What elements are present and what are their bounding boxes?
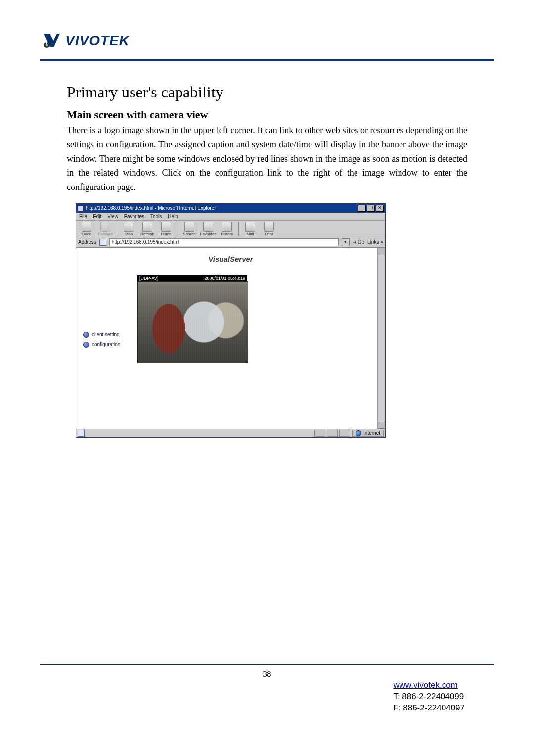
toolbar-stop-button[interactable]: Stop: [120, 222, 137, 236]
page-number: 38: [0, 669, 534, 679]
toolbar-forward-label: Forward: [98, 232, 112, 236]
status-bar: Internet: [76, 429, 385, 437]
address-input[interactable]: [109, 238, 339, 246]
chevron-right-icon: »: [380, 239, 383, 245]
sidebar-item-client-setting[interactable]: client setting: [83, 332, 120, 338]
menu-edit[interactable]: Edit: [93, 214, 101, 219]
toolbar-favorites-label: Favorites: [200, 232, 217, 236]
page-icon: [99, 239, 106, 246]
svg-rect-2: [46, 42, 47, 44]
address-dropdown[interactable]: ▾: [342, 238, 350, 246]
history-icon: [222, 222, 232, 232]
toolbar-search-button[interactable]: Search: [181, 222, 198, 236]
section-title: Primary user's capability: [67, 83, 467, 101]
camera-image: [137, 281, 248, 363]
header-divider: [40, 59, 494, 63]
menu-help[interactable]: Help: [168, 214, 178, 219]
window-close-button[interactable]: ✕: [376, 205, 384, 212]
bullet-icon: [83, 332, 89, 338]
toolbar-stop-label: Stop: [125, 232, 133, 236]
status-segment: [339, 430, 350, 437]
status-zone-label: Internet: [363, 430, 380, 436]
status-zone: Internet: [352, 430, 384, 437]
brand-logo: VIVOTEK: [43, 32, 494, 49]
toolbar-home-label: Home: [161, 232, 171, 236]
menu-file[interactable]: File: [79, 214, 87, 219]
toolbar-print-label: Print: [265, 232, 273, 236]
toolbar-separator: [117, 222, 117, 236]
scroll-up-button[interactable]: [378, 248, 385, 255]
address-label: Address: [78, 239, 96, 245]
go-icon: ➔: [353, 239, 356, 245]
scroll-down-button[interactable]: [378, 422, 385, 429]
svg-point-1: [46, 44, 48, 47]
mail-icon: [245, 222, 255, 232]
status-segment: [327, 430, 338, 437]
toolbar-separator: [238, 222, 239, 236]
camera-timestamp: 2000/01/01 05:48:19: [204, 276, 245, 281]
address-bar: Address ▾ ➔ Go Links »: [76, 237, 385, 248]
menu-tools[interactable]: Tools: [150, 214, 162, 219]
camera-panel: [UDP-AV] 2000/01/01 05:48:19: [137, 275, 247, 363]
window-maximize-button[interactable]: ❐: [367, 205, 375, 212]
toolbar-refresh-button[interactable]: Refresh: [139, 222, 156, 236]
footer-url-link[interactable]: www.vivotek.com: [393, 680, 457, 690]
footer-fax: F: 886-2-22404097: [393, 703, 465, 712]
footer-divider: [40, 662, 494, 665]
ie-icon: [78, 205, 84, 211]
footer-tel: T: 886-2-22404099: [393, 692, 464, 701]
toolbar-forward-button[interactable]: Forward: [97, 222, 114, 236]
go-label: Go: [358, 239, 364, 245]
refresh-icon: [142, 222, 152, 232]
toolbar-back-button[interactable]: Back: [78, 222, 95, 236]
favorites-icon: [203, 222, 213, 232]
ie-window: http://192.168.0.195/index.html - Micros…: [76, 203, 386, 438]
menu-bar: File Edit View Favorites Tools Help: [76, 213, 385, 220]
window-minimize-button[interactable]: _: [358, 205, 366, 212]
go-button[interactable]: ➔ Go: [353, 239, 364, 245]
page-banner-title: VisualServer: [76, 255, 385, 263]
toolbar-print-button[interactable]: Print: [261, 222, 277, 236]
status-segment: [314, 430, 325, 437]
embedded-screenshot: http://192.168.0.195/index.html - Micros…: [76, 203, 386, 438]
toolbar: Back Forward Stop Refresh Home Search Fa…: [76, 220, 385, 237]
toolbar-refresh-label: Refresh: [140, 232, 154, 236]
footer-contact: www.vivotek.com T: 886-2-22404099 F: 886…: [393, 680, 465, 714]
toolbar-search-label: Search: [183, 232, 195, 236]
page-body: VisualServer client setting configuratio…: [76, 248, 385, 429]
camera-protocol: [UDP-AV]: [139, 276, 158, 281]
brand-name: VIVOTEK: [65, 33, 130, 48]
toolbar-history-button[interactable]: History: [219, 222, 235, 236]
status-segments: [314, 430, 350, 437]
sidebar-item-configuration[interactable]: configuration: [83, 342, 120, 348]
window-title: http://192.168.0.195/index.html - Micros…: [86, 205, 216, 211]
forward-icon: [100, 222, 110, 232]
status-page-icon: [78, 430, 85, 437]
toolbar-back-label: Back: [82, 232, 91, 236]
toolbar-mail-label: Mail: [247, 232, 254, 236]
toolbar-separator: [178, 222, 178, 236]
toolbar-history-label: History: [221, 232, 233, 236]
vertical-scrollbar[interactable]: [377, 248, 385, 429]
back-icon: [82, 222, 91, 232]
sidebar-item-label: configuration: [92, 342, 120, 347]
bullet-icon: [83, 342, 89, 348]
body-paragraph: There is a logo image shown in the upper…: [67, 123, 467, 194]
toolbar-mail-button[interactable]: Mail: [242, 222, 259, 236]
globe-icon: [356, 430, 361, 436]
menu-view[interactable]: View: [107, 214, 118, 219]
home-icon: [161, 222, 171, 232]
sidebar-item-label: client setting: [92, 332, 120, 337]
stop-icon: [124, 222, 134, 232]
links-button[interactable]: Links »: [367, 239, 383, 245]
toolbar-home-button[interactable]: Home: [158, 222, 175, 236]
menu-favorites[interactable]: Favorites: [124, 214, 144, 219]
toolbar-favorites-button[interactable]: Favorites: [200, 222, 217, 236]
window-titlebar: http://192.168.0.195/index.html - Micros…: [76, 204, 385, 213]
print-icon: [264, 222, 274, 232]
camera-overlay-bar: [UDP-AV] 2000/01/01 05:48:19: [137, 275, 247, 281]
brand-mark-icon: [43, 32, 60, 49]
links-label: Links: [367, 239, 379, 245]
subsection-title: Main screen with camera view: [67, 108, 467, 121]
sidebar: client setting configuration: [83, 332, 120, 352]
